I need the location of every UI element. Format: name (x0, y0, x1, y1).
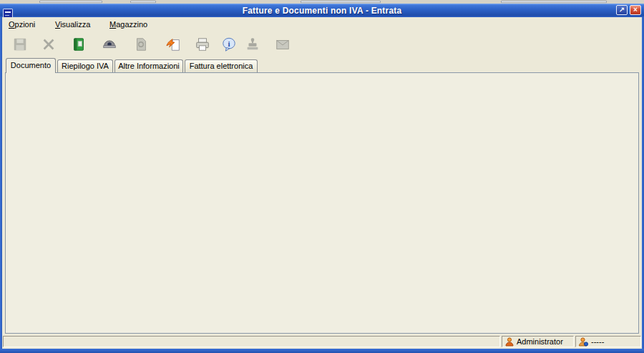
background-field (501, 1, 607, 3)
info-bubble-icon: i (221, 37, 237, 52)
print-icon[interactable] (193, 35, 212, 54)
background-field (130, 1, 156, 3)
tab-riepilogo-iva[interactable]: Riepilogo IVA (57, 59, 113, 72)
user-badge-icon (579, 337, 588, 347)
info-icon[interactable]: i (220, 35, 238, 54)
statusbar-user: Administrator (517, 337, 563, 346)
tab-fattura-elettronica[interactable]: Fattura elettronica (185, 59, 258, 72)
send-document-icon[interactable] (165, 35, 183, 54)
archive-icon[interactable] (69, 35, 88, 54)
camera-icon[interactable] (100, 35, 119, 54)
statusbar-message-area (3, 336, 500, 347)
window-title: Fatture e Documenti non IVA - Entrata (0, 6, 644, 16)
background-field (39, 1, 102, 3)
flame-document-icon (165, 37, 182, 52)
statusbar-session-cell: ----- (575, 336, 641, 347)
stamp-gray-icon (245, 37, 260, 52)
printer-icon (195, 37, 210, 52)
documento-panel (5, 72, 639, 334)
stamp-icon[interactable] (243, 35, 262, 54)
tab-documento[interactable]: Documento (6, 58, 56, 73)
restore-window-button[interactable]: ↗ (616, 5, 628, 15)
background-field (301, 1, 381, 3)
tab-altre-informazioni[interactable]: Altre Informazioni (114, 59, 183, 72)
dome-camera-icon (102, 37, 117, 52)
menu-visualizza[interactable]: Visualizza (55, 20, 90, 29)
statusbar-session: ----- (591, 337, 604, 346)
app-window: { "window": { "title": "Fatture e Docume… (0, 0, 644, 353)
save-icon[interactable] (11, 35, 29, 54)
envelope-gray-icon (275, 37, 291, 52)
delete-icon[interactable] (39, 35, 58, 54)
document-gray-icon (133, 37, 149, 52)
title-bar: Fatture e Documenti non IVA - Entrata (0, 4, 644, 17)
statusbar-user-cell: Administrator (502, 336, 574, 347)
menu-magazzino[interactable]: Magazzino (109, 20, 147, 29)
menu-opzioni[interactable]: Opzioni (9, 20, 35, 29)
mail-icon[interactable] (273, 35, 292, 54)
preview-document-icon[interactable] (132, 35, 150, 54)
close-window-button[interactable]: × (630, 5, 641, 15)
user-icon (505, 337, 514, 347)
floppy-icon (12, 37, 28, 52)
svg-text:i: i (228, 39, 230, 48)
window-border-bottom (0, 349, 644, 353)
x-icon (41, 37, 57, 52)
binder-icon (71, 37, 87, 52)
